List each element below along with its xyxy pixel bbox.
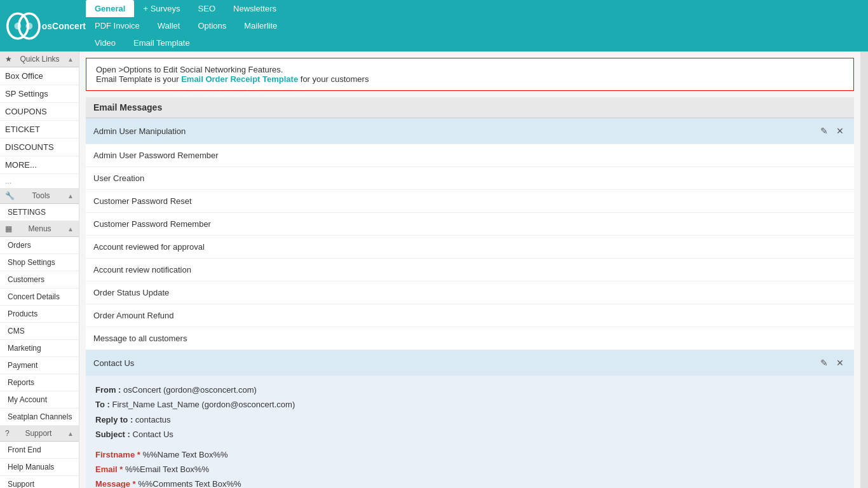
sidebar-item-concert-details[interactable]: Concert Details — [0, 288, 79, 306]
tab-pdf-invoice[interactable]: PDF Invoice — [86, 17, 149, 34]
email-row-label-admin-manipulation: Admin User Manipulation — [93, 126, 186, 136]
tools-arrow: ▲ — [67, 193, 74, 200]
row-actions-contact-us: ✎ ✕ — [818, 356, 846, 369]
email-row-order-refund[interactable]: Order Amount Refund — [86, 304, 854, 327]
alert-box: Open >Options to Edit Social Networking … — [86, 58, 854, 91]
contact-us-reply: Reply to : contactus — [95, 412, 844, 427]
sidebar-item-cms[interactable]: CMS — [0, 323, 79, 340]
tab-mailerlite[interactable]: Mailerlite — [235, 17, 286, 34]
firstname-label: Firstname — [95, 450, 135, 459]
contact-firstname-field: Firstname * %%Name Text Box%% — [95, 450, 844, 459]
tab-email-template[interactable]: Email Template — [125, 34, 199, 51]
sidebar-item-more[interactable]: MORE... — [0, 156, 79, 174]
reply-value: contactus — [135, 415, 171, 424]
email-row-admin-password[interactable]: Admin User Password Remember — [86, 144, 854, 167]
tab-video[interactable]: Video — [86, 34, 125, 51]
tools-label: Tools — [32, 191, 50, 200]
sidebar-item-support[interactable]: Support — [0, 476, 79, 488]
firstname-required: * — [137, 450, 140, 459]
delete-icon-contact-us[interactable]: ✕ — [834, 356, 846, 369]
sidebar-item-coupons[interactable]: COUPONS — [0, 103, 79, 121]
reply-label: Reply to : — [95, 415, 133, 424]
menus-arrow: ▲ — [67, 226, 74, 233]
tab-seo[interactable]: SEO — [189, 0, 224, 17]
edit-icon-contact-us[interactable]: ✎ — [818, 356, 831, 369]
support-arrow: ▲ — [67, 430, 74, 437]
email-row-user-creation[interactable]: User Creation — [86, 167, 854, 190]
message-required: * — [133, 479, 136, 488]
tab-general[interactable]: General — [86, 0, 134, 17]
alert-line2-before: Email Template is your — [96, 74, 181, 84]
email-row-account-reviewed[interactable]: Account reviewed for approval — [86, 236, 854, 259]
contact-us-to: To : First_Name Last_Name (gordon@osconc… — [95, 397, 844, 412]
to-value: First_Name Last_Name (gordon@osconcert.c… — [112, 400, 295, 409]
sidebar-item-front-end[interactable]: Front End — [0, 442, 79, 459]
sidebar: ★ Quick Links ▲ Box Office SP Settings C… — [0, 51, 79, 488]
sidebar-item-help-manuals[interactable]: Help Manuals — [0, 459, 79, 476]
sidebar-tools-header[interactable]: 🔧 Tools ▲ — [0, 188, 79, 204]
email-row-account-review-notification[interactable]: Account review notification — [86, 259, 854, 281]
sidebar-item-box-office[interactable]: Box Office — [0, 67, 79, 85]
logo-area: osConcert — [6, 0, 86, 51]
tab-wallet[interactable]: Wallet — [149, 17, 189, 34]
contact-email-field: Email * %%Email Text Box%% — [95, 464, 844, 474]
message-value: %%Comments Text Box%% — [138, 479, 241, 488]
support-icon: ? — [5, 429, 10, 438]
menus-label: Menus — [29, 224, 51, 233]
sidebar-item-discounts[interactable]: DISCOUNTS — [0, 139, 79, 156]
sidebar-support-header[interactable]: ? Support ▲ — [0, 426, 79, 442]
logo-icon — [6, 10, 41, 42]
sidebar-item-shop-settings[interactable]: Shop Settings — [0, 254, 79, 271]
contact-us-from: From : osConcert (gordon@osconcert.com) — [95, 383, 844, 397]
email-row-customer-password-reset[interactable]: Customer Password Reset — [86, 190, 854, 213]
sidebar-item-payment[interactable]: Payment — [0, 357, 79, 374]
alert-line1: Open >Options to Edit Social Networking … — [96, 65, 844, 74]
email-value: %%Email Text Box%% — [125, 464, 209, 474]
sidebar-item-settings[interactable]: SETTINGS — [0, 204, 79, 221]
scrollbar[interactable] — [860, 51, 868, 488]
contact-us-subject: Subject : Contact Us — [95, 427, 844, 442]
sidebar-item-my-account[interactable]: My Account — [0, 391, 79, 409]
tab-surveys[interactable]: + Surveys — [134, 0, 189, 17]
alert-line2: Email Template is your Email Order Recei… — [96, 74, 844, 84]
nav-tabs-row1: General + Surveys SEO Newsletters — [86, 0, 862, 17]
email-row-order-status[interactable]: Order Status Update — [86, 281, 854, 304]
delete-icon-admin-manipulation[interactable]: ✕ — [834, 125, 846, 137]
email-row-contact-us[interactable]: Contact Us ✎ ✕ — [86, 350, 854, 376]
email-label: Email — [95, 464, 118, 474]
email-row-customer-password-remember[interactable]: Customer Password Remember — [86, 213, 854, 236]
message-label: Message — [95, 479, 130, 488]
main-content: Open >Options to Edit Social Networking … — [79, 51, 860, 488]
nav-tabs: General + Surveys SEO Newsletters PDF In… — [86, 0, 862, 51]
nav-tabs-row2: PDF Invoice Wallet Options Mailerlite — [86, 17, 862, 34]
to-label: To : — [95, 400, 110, 409]
sidebar-item-seatplan[interactable]: Seatplan Channels — [0, 409, 79, 426]
menus-icon: ▦ — [5, 224, 12, 233]
sidebar-quicklinks-header[interactable]: ★ Quick Links ▲ — [0, 51, 79, 67]
quicklinks-arrow: ▲ — [67, 56, 74, 63]
sidebar-item-eticket[interactable]: ETICKET — [0, 121, 79, 139]
sidebar-item-sp-settings[interactable]: SP Settings — [0, 85, 79, 103]
tab-newsletters[interactable]: Newsletters — [224, 0, 285, 17]
subject-label: Subject : — [95, 430, 130, 439]
sidebar-item-customers[interactable]: Customers — [0, 271, 79, 288]
sidebar-item-orders[interactable]: Orders — [0, 237, 79, 254]
support-label: Support — [25, 429, 51, 438]
edit-icon-admin-manipulation[interactable]: ✎ — [818, 125, 831, 137]
email-messages-section: Email Messages Admin User Manipulation ✎… — [86, 97, 854, 488]
row-actions-admin-manipulation: ✎ ✕ — [818, 125, 846, 137]
from-label: From : — [95, 385, 121, 395]
email-required: * — [119, 464, 123, 474]
sidebar-item-products[interactable]: Products — [0, 306, 79, 323]
sidebar-item-marketing[interactable]: Marketing — [0, 340, 79, 357]
tab-options[interactable]: Options — [189, 17, 235, 34]
email-row-label-contact-us: Contact Us — [93, 358, 134, 368]
firstname-value: %%Name Text Box%% — [142, 450, 227, 459]
sidebar-item-reports[interactable]: Reports — [0, 374, 79, 391]
svg-point-2 — [15, 22, 22, 29]
email-row-admin-manipulation[interactable]: Admin User Manipulation ✎ ✕ — [86, 118, 854, 144]
email-row-message-all-customers[interactable]: Message to all customers — [86, 327, 854, 350]
section-title: Email Messages — [86, 97, 854, 118]
contact-us-details: From : osConcert (gordon@osconcert.com) … — [86, 376, 854, 488]
sidebar-menus-header[interactable]: ▦ Menus ▲ — [0, 221, 79, 237]
